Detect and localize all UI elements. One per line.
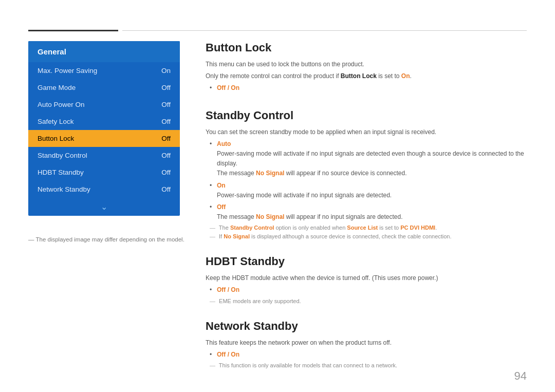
sidebar-note: ― The displayed image may differ dependi… <box>28 236 184 242</box>
hdbt-standby-option: Off / On <box>210 285 527 295</box>
button-lock-option: Off / On <box>210 83 527 93</box>
sidebar-item-value: Off <box>161 84 171 91</box>
page-number: 94 <box>514 369 527 383</box>
sidebar-item-value: Off <box>161 152 171 159</box>
hdbt-standby-desc1: Keep the HDBT module active when the dev… <box>206 273 527 283</box>
sidebar-item-hdbt-standby[interactable]: HDBT Standby Off <box>28 164 180 181</box>
main-content: Button Lock This menu can be used to loc… <box>206 41 527 371</box>
network-standby-option: Off / On <box>210 350 527 360</box>
top-bar <box>28 30 527 31</box>
section-hdbt-standby: HDBT Standby Keep the HDBT module active… <box>206 255 527 304</box>
network-standby-desc1: This feature keeps the network power on … <box>206 338 527 348</box>
sidebar-item-standby-control[interactable]: Standby Control Off <box>28 147 180 164</box>
sidebar-item-value: Off <box>161 118 171 125</box>
button-lock-options: Off / On <box>206 83 527 93</box>
top-bar-accent <box>28 30 118 31</box>
sidebar-item-label: Standby Control <box>38 152 87 159</box>
sidebar-chevron-icon[interactable]: ⌄ <box>28 198 180 216</box>
hdbt-note1: EME models are only supported. <box>206 298 527 304</box>
sidebar-item-network-standby[interactable]: Network Standby Off <box>28 181 180 198</box>
hdbt-standby-options: Off / On <box>206 285 527 295</box>
sidebar-item-label: Safety Lock <box>38 118 74 125</box>
section-title-network-standby: Network Standby <box>206 320 527 333</box>
sidebar-header: General <box>28 41 180 62</box>
button-lock-desc1: This menu can be used to lock the button… <box>206 60 527 69</box>
section-title-hdbt-standby: HDBT Standby <box>206 255 527 268</box>
sidebar-item-label: Auto Power On <box>38 101 85 108</box>
sidebar-item-value: Off <box>161 185 171 193</box>
sidebar-item-label: Network Standby <box>38 185 90 193</box>
standby-control-auto: Auto Power-saving mode will activate if … <box>210 139 527 179</box>
standby-note2: If No Signal is displayed although a sou… <box>206 233 527 239</box>
sidebar-item-value: On <box>161 67 171 74</box>
top-bar-line <box>122 30 527 31</box>
sidebar-item-value: Off <box>161 169 171 176</box>
section-title-standby-control: Standby Control <box>206 109 527 122</box>
sidebar: General Max. Power Saving On Game Mode O… <box>28 41 180 216</box>
sidebar-item-max-power-saving[interactable]: Max. Power Saving On <box>28 62 180 79</box>
sidebar-item-auto-power-on[interactable]: Auto Power On Off <box>28 96 180 113</box>
section-standby-control: Standby Control You can set the screen s… <box>206 109 527 240</box>
sidebar-item-safety-lock[interactable]: Safety Lock Off <box>28 113 180 130</box>
standby-control-bullets: Auto Power-saving mode will activate if … <box>206 139 527 222</box>
sidebar-item-label: HDBT Standby <box>38 169 84 176</box>
standby-control-off: Off The message No Signal will appear if… <box>210 202 527 222</box>
standby-control-desc1: You can set the screen standby mode to b… <box>206 127 527 137</box>
section-network-standby: Network Standby This feature keeps the n… <box>206 320 527 368</box>
network-note1: This function is only available for mode… <box>206 362 527 368</box>
standby-control-on: On Power-saving mode will activate if no… <box>210 181 527 200</box>
sidebar-item-label: Game Mode <box>38 84 76 91</box>
sidebar-item-game-mode[interactable]: Game Mode Off <box>28 79 180 96</box>
section-button-lock: Button Lock This menu can be used to loc… <box>206 41 527 94</box>
section-title-button-lock: Button Lock <box>206 41 527 54</box>
network-standby-options: Off / On <box>206 350 527 360</box>
sidebar-item-value: Off <box>161 135 171 142</box>
standby-note1: The Standby Control option is only enabl… <box>206 225 527 231</box>
sidebar-item-label: Max. Power Saving <box>38 67 97 74</box>
sidebar-item-value: Off <box>161 101 171 108</box>
button-lock-desc2: Only the remote control can control the … <box>206 71 527 81</box>
sidebar-item-label: Button Lock <box>38 135 74 142</box>
sidebar-item-button-lock[interactable]: Button Lock Off <box>28 130 180 147</box>
